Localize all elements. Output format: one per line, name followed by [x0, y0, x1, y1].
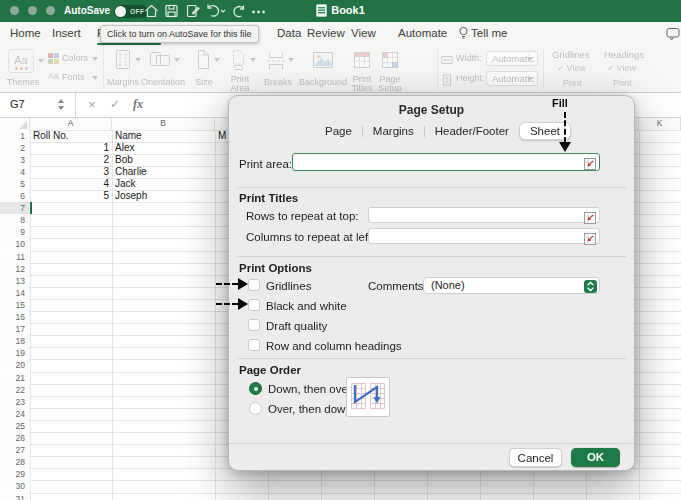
row-header-7[interactable]: 7	[0, 202, 29, 214]
print-area-button[interactable]: Print Area	[224, 75, 256, 92]
row-header-13[interactable]: 13	[0, 275, 29, 287]
cell-A5[interactable]: 4	[33, 178, 109, 190]
themes-button[interactable]: Themes	[0, 78, 46, 87]
row-header-25[interactable]: 25	[0, 420, 29, 432]
cell-A3[interactable]: 2	[33, 154, 109, 166]
theme-colors-button[interactable]: Colors	[62, 54, 88, 63]
row-header-17[interactable]: 17	[0, 323, 29, 335]
tab-insert[interactable]: Insert	[52, 27, 81, 39]
tab-tell-me[interactable]: Tell me	[471, 27, 507, 39]
rows-repeat-range-picker-icon[interactable]	[584, 210, 596, 222]
row-header-5[interactable]: 5	[0, 178, 29, 190]
cols-repeat-field[interactable]	[368, 228, 600, 244]
row-col-headings-checkbox-label[interactable]: Row and column headings	[266, 340, 402, 352]
row-header-8[interactable]: 8	[0, 214, 29, 226]
ok-button[interactable]: OK	[571, 448, 620, 467]
dialog-tab-page[interactable]: Page	[315, 123, 362, 139]
dialog-tab-header-footer[interactable]: Header/Footer	[425, 123, 519, 139]
draft-quality-checkbox-label[interactable]: Draft quality	[266, 320, 327, 332]
row-header-23[interactable]: 23	[0, 396, 29, 408]
over-then-down-radio[interactable]	[249, 402, 262, 415]
over-then-down-label[interactable]: Over, then down	[268, 403, 352, 415]
row-header-27[interactable]: 27	[0, 444, 29, 456]
row-header-2[interactable]: 2	[0, 142, 29, 154]
cols-repeat-range-picker-icon[interactable]	[584, 231, 596, 243]
row-header-3[interactable]: 3	[0, 154, 29, 166]
gridlines-checkbox[interactable]	[248, 279, 260, 291]
cell-B2[interactable]: Alex	[115, 142, 212, 154]
tab-home[interactable]: Home	[10, 27, 41, 39]
row-header-21[interactable]: 21	[0, 372, 29, 384]
row-header-4[interactable]: 4	[0, 166, 29, 178]
cell-A2[interactable]: 1	[33, 142, 109, 154]
row-header-31[interactable]: 31	[0, 493, 29, 500]
print-area-range-picker-icon[interactable]	[584, 156, 596, 168]
row-header-24[interactable]: 24	[0, 408, 29, 420]
page-setup-launcher-button[interactable]: Page Setup	[374, 75, 406, 92]
row-header-12[interactable]: 12	[0, 263, 29, 275]
height-select[interactable]: Automatic	[486, 71, 538, 86]
gridlines-view-checkbox[interactable]: ✓View	[557, 63, 586, 73]
tab-data[interactable]: Data	[277, 27, 301, 39]
tab-automate[interactable]: Automate	[398, 27, 447, 39]
row-header-26[interactable]: 26	[0, 432, 29, 444]
cell-B3[interactable]: Bob	[115, 154, 212, 166]
cancel-button[interactable]: Cancel	[509, 448, 562, 467]
row-header-10[interactable]: 10	[0, 238, 29, 250]
enter-entry-icon[interactable]: ✓	[110, 97, 120, 111]
headings-print-checkbox[interactable]: Print	[613, 78, 632, 88]
comments-select[interactable]: (None)	[423, 277, 600, 294]
gridlines-print-checkbox[interactable]: Print	[563, 78, 582, 88]
background-button[interactable]: Background	[297, 78, 349, 87]
width-select[interactable]: Automatic	[486, 51, 538, 66]
cell-B6[interactable]: Joseph	[115, 190, 212, 202]
row-header-14[interactable]: 14	[0, 287, 29, 299]
cell-A6[interactable]: 5	[33, 190, 109, 202]
cell-A4[interactable]: 3	[33, 166, 109, 178]
dialog-tab-margins[interactable]: Margins	[363, 123, 424, 139]
comments-icon[interactable]	[666, 27, 680, 45]
row-header-18[interactable]: 18	[0, 335, 29, 347]
print-area-field[interactable]	[292, 153, 600, 171]
cancel-entry-icon[interactable]: ×	[88, 97, 96, 112]
cell-B4[interactable]: Charlie	[115, 166, 212, 178]
row-col-headings-checkbox[interactable]	[248, 339, 260, 351]
headings-view-checkbox[interactable]: ✓View	[607, 63, 636, 73]
row-header-16[interactable]: 16	[0, 311, 29, 323]
row-header-11[interactable]: 11	[0, 251, 29, 263]
name-box[interactable]: G7	[0, 93, 76, 117]
down-then-over-radio[interactable]	[249, 382, 262, 395]
theme-fonts-button[interactable]: Fonts	[62, 73, 85, 82]
black-white-checkbox[interactable]	[248, 299, 260, 311]
cell-A1[interactable]: Roll No.	[33, 130, 109, 142]
size-button[interactable]: Size	[188, 78, 220, 87]
down-then-over-label[interactable]: Down, then over	[268, 383, 352, 395]
black-white-checkbox-label[interactable]: Black and white	[266, 300, 347, 312]
cell-B5[interactable]: Jack	[115, 178, 212, 190]
cell-B1[interactable]: Name	[115, 130, 212, 142]
row-header-6[interactable]: 6	[0, 190, 29, 202]
select-all-corner[interactable]	[0, 118, 30, 130]
name-box-stepper[interactable]	[58, 99, 64, 110]
row-header-1[interactable]: 1	[0, 130, 29, 142]
gridlines-checkbox-label[interactable]: Gridlines	[266, 280, 311, 292]
row-header-15[interactable]: 15	[0, 299, 29, 311]
breaks-button[interactable]: Breaks	[262, 78, 294, 87]
rows-repeat-field[interactable]	[368, 207, 600, 223]
row-header-22[interactable]: 22	[0, 384, 29, 396]
margins-button[interactable]: Margins	[103, 78, 143, 87]
row-header-30[interactable]: 30	[0, 480, 29, 492]
tab-view[interactable]: View	[351, 27, 376, 39]
row-header-19[interactable]: 19	[0, 347, 29, 359]
orientation-button[interactable]: Orientation	[140, 78, 186, 87]
row-header-20[interactable]: 20	[0, 359, 29, 371]
row-header-9[interactable]: 9	[0, 226, 29, 238]
insert-function-icon[interactable]: fx	[133, 97, 143, 112]
row-header-29[interactable]: 29	[0, 468, 29, 480]
column-header-A[interactable]: A	[30, 118, 112, 130]
column-header-B[interactable]: B	[112, 118, 215, 130]
draft-quality-checkbox[interactable]	[248, 319, 260, 331]
row-header-28[interactable]: 28	[0, 456, 29, 468]
tab-review[interactable]: Review	[307, 27, 345, 39]
column-header-K[interactable]: K	[639, 118, 681, 130]
